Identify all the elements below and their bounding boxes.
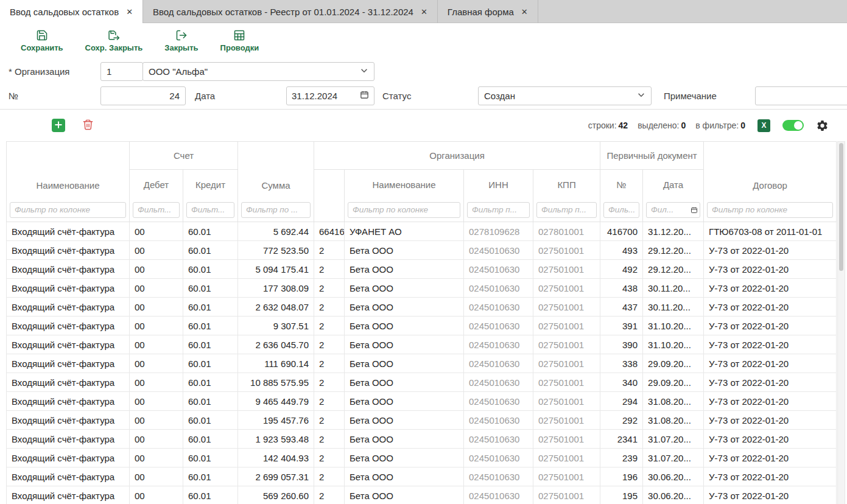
cell-org_code[interactable]: 2 [314, 279, 345, 298]
cell-inn[interactable]: 0245010630 [464, 260, 533, 279]
save-button[interactable]: Сохранить [21, 29, 63, 55]
cell-contract[interactable]: У-73 от 2022-01-20 [704, 467, 837, 486]
cell-org_code[interactable]: 2 [314, 430, 345, 449]
note-input[interactable] [755, 86, 847, 105]
cell-contract[interactable]: У-73 от 2022-01-20 [704, 430, 837, 449]
settings-gear-icon[interactable] [816, 119, 829, 132]
cell-kpp[interactable]: 027501001 [533, 279, 600, 298]
cell-kpp[interactable]: 027501001 [533, 335, 600, 354]
cell-kpp[interactable]: 027501001 [533, 392, 600, 411]
filter-input-credit[interactable] [186, 202, 234, 218]
cell-org_code[interactable]: 2 [314, 317, 345, 335]
cell-org_code[interactable]: 2 [314, 241, 345, 260]
cell-amount[interactable]: 177 308.09 [238, 279, 314, 298]
cell-doc_date[interactable]: 30.11.20... [643, 298, 704, 317]
cell-name[interactable]: Входящий счёт-фактура [7, 279, 130, 298]
tab-main-form[interactable]: Главная форма ✕ [438, 0, 538, 23]
cell-debit[interactable]: 00 [130, 430, 183, 449]
cell-inn[interactable]: 0245010630 [464, 317, 533, 335]
table-row[interactable]: Входящий счёт-фактура0060.012 699 057.31… [7, 467, 837, 486]
cell-kpp[interactable]: 027501001 [533, 486, 600, 504]
cell-kpp[interactable]: 027501001 [533, 411, 600, 430]
column-header-org-code[interactable] [314, 170, 345, 200]
cell-doc_date[interactable]: 30.06.20... [643, 486, 704, 504]
cell-doc_num[interactable]: 338 [600, 354, 643, 373]
cell-debit[interactable]: 00 [130, 486, 183, 504]
column-header-name[interactable]: Наименование [7, 142, 130, 200]
cell-inn[interactable]: 0245010630 [464, 430, 533, 449]
table-row[interactable]: Входящий счёт-фактура0060.015 692.446641… [7, 222, 837, 241]
calendar-icon[interactable] [691, 205, 698, 215]
filter-input-amount[interactable] [241, 202, 311, 218]
vertical-scrollbar[interactable] [837, 141, 845, 504]
cell-org_name[interactable]: Бета ООО [345, 411, 464, 430]
cell-contract[interactable]: У-73 от 2022-01-20 [704, 335, 837, 354]
filter-input-doc-num[interactable] [603, 202, 639, 218]
cell-contract[interactable]: У-73 от 2022-01-20 [704, 449, 837, 467]
cell-credit[interactable]: 60.01 [183, 449, 238, 467]
cell-doc_date[interactable]: 29.12.20... [643, 241, 704, 260]
tab-balance-entry[interactable]: Ввод сальдовых остатков ✕ [0, 0, 143, 23]
cell-debit[interactable]: 00 [130, 449, 183, 467]
cell-contract[interactable]: У-73 от 2022-01-20 [704, 317, 837, 335]
cell-contract[interactable]: У-73 от 2022-01-20 [704, 354, 837, 373]
cell-credit[interactable]: 60.01 [183, 317, 238, 335]
cell-name[interactable]: Входящий счёт-фактура [7, 260, 130, 279]
cell-doc_num[interactable]: 493 [600, 241, 643, 260]
cell-org_name[interactable]: Бета ООО [345, 279, 464, 298]
cell-credit[interactable]: 60.01 [183, 260, 238, 279]
cell-amount[interactable]: 2 632 048.07 [238, 298, 314, 317]
cell-contract[interactable]: У-73 от 2022-01-20 [704, 373, 837, 392]
cell-inn[interactable]: 0245010630 [464, 486, 533, 504]
cell-doc_date[interactable]: 31.10.20... [643, 317, 704, 335]
cell-org_name[interactable]: Бета ООО [345, 392, 464, 411]
filter-input-contract[interactable] [707, 202, 833, 218]
cell-debit[interactable]: 00 [130, 354, 183, 373]
delete-row-button[interactable] [82, 119, 94, 132]
cell-debit[interactable]: 00 [130, 241, 183, 260]
cell-credit[interactable]: 60.01 [183, 430, 238, 449]
filter-input-name[interactable] [10, 202, 126, 218]
cell-org_name[interactable]: Бета ООО [345, 260, 464, 279]
table-row[interactable]: Входящий счёт-фактура0060.01142 404.932Б… [7, 449, 837, 467]
add-row-button[interactable] [52, 119, 65, 132]
cell-credit[interactable]: 60.01 [183, 222, 238, 241]
table-row[interactable]: Входящий счёт-фактура0060.01772 523.502Б… [7, 241, 837, 260]
cell-org_code[interactable]: 2 [314, 373, 345, 392]
cell-debit[interactable]: 00 [130, 467, 183, 486]
cell-credit[interactable]: 60.01 [183, 335, 238, 354]
column-header-org-name[interactable]: Наименование [345, 170, 464, 200]
cell-amount[interactable]: 5 692.44 [238, 222, 314, 241]
cell-amount[interactable]: 9 465 449.79 [238, 392, 314, 411]
cell-doc_date[interactable]: 29.09.20... [643, 373, 704, 392]
cell-doc_date[interactable]: 31.08.20... [643, 392, 704, 411]
cell-doc_num[interactable]: 2341 [600, 430, 643, 449]
cell-inn[interactable]: 0245010630 [464, 411, 533, 430]
cell-inn[interactable]: 0245010630 [464, 354, 533, 373]
cell-contract[interactable]: ГТЮ6703-08 от 2011-01-01 [704, 222, 837, 241]
cell-debit[interactable]: 00 [130, 392, 183, 411]
cell-name[interactable]: Входящий счёт-фактура [7, 467, 130, 486]
cell-org_code[interactable]: 2 [314, 298, 345, 317]
date-input[interactable]: 31.12.2024 [286, 86, 374, 105]
tab-close-icon[interactable]: ✕ [421, 8, 427, 16]
table-row[interactable]: Входящий счёт-фактура0060.01177 308.092Б… [7, 279, 837, 298]
filter-toggle[interactable] [782, 120, 804, 131]
cell-org_name[interactable]: Бета ООО [345, 298, 464, 317]
cell-org_code[interactable]: 2 [314, 486, 345, 504]
cell-kpp[interactable]: 027501001 [533, 449, 600, 467]
cell-debit[interactable]: 00 [130, 222, 183, 241]
cell-amount[interactable]: 111 690.14 [238, 354, 314, 373]
cell-doc_num[interactable]: 340 [600, 373, 643, 392]
cell-org_code[interactable]: 2 [314, 335, 345, 354]
cell-contract[interactable]: У-73 от 2022-01-20 [704, 486, 837, 504]
cell-org_code[interactable]: 2 [314, 449, 345, 467]
column-header-inn[interactable]: ИНН [464, 170, 533, 200]
cell-doc_date[interactable]: 31.07.20... [643, 430, 704, 449]
cell-credit[interactable]: 60.01 [183, 373, 238, 392]
cell-org_name[interactable]: Бета ООО [345, 335, 464, 354]
column-header-contract[interactable]: Договор [704, 142, 837, 200]
cell-kpp[interactable]: 027501001 [533, 317, 600, 335]
cell-inn[interactable]: 0245010630 [464, 373, 533, 392]
table-row[interactable]: Входящий счёт-фактура0060.011 923 593.48… [7, 430, 837, 449]
